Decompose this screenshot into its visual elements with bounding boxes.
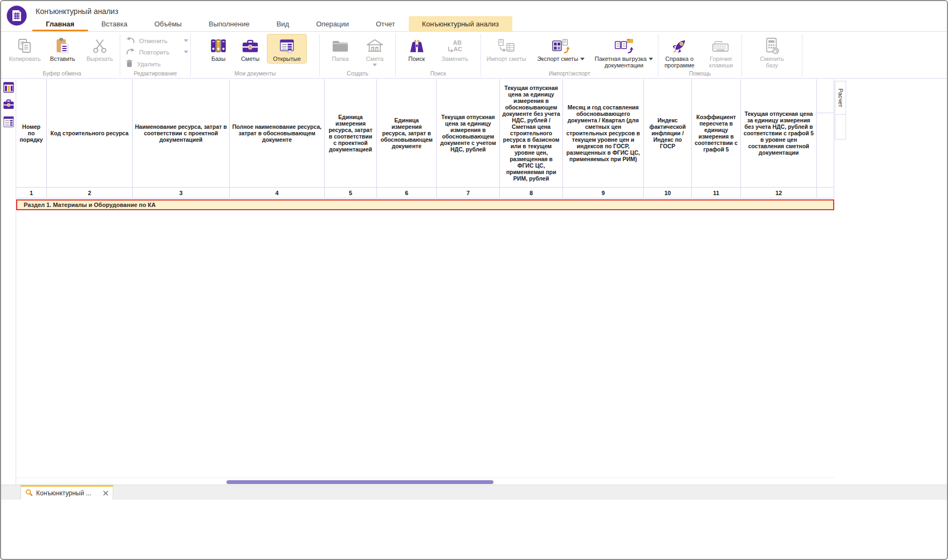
tab-vstavka[interactable]: Вставка: [88, 16, 141, 31]
paste-label: Вставить: [50, 56, 75, 62]
toolbar-separator: [802, 34, 802, 77]
group-label-search: Поиск: [396, 70, 480, 78]
estimates-button[interactable]: Сметы: [235, 34, 266, 64]
batch-upload-button[interactable]: Пакетная выгрузка документации: [590, 34, 657, 70]
bases-label: Базы: [211, 56, 225, 62]
replace-button[interactable]: AB AC Заменить: [434, 34, 476, 64]
dropdown-arrow-icon[interactable]: [580, 58, 585, 60]
databases-icon: [210, 36, 227, 56]
column-header: Наименование ресурса, затрат в соответст…: [133, 79, 230, 188]
column-number: 9: [563, 188, 644, 198]
estimates-label: Сметы: [241, 56, 259, 62]
column-number: 3: [133, 188, 230, 198]
group-change-base: Сменить базу: [742, 32, 802, 78]
section-row-selected[interactable]: Раздел 1. Материалы и Оборудование по КА: [16, 199, 834, 210]
panel-briefcase-icon[interactable]: [3, 99, 15, 113]
column-number: 2: [47, 188, 133, 198]
briefcase-icon: [242, 36, 259, 56]
column-header: Номер по порядку: [16, 79, 47, 188]
rocket-icon: [671, 36, 688, 56]
delete-button[interactable]: Удалить: [126, 59, 188, 69]
tab-vypolnenie[interactable]: Выполнение: [195, 16, 263, 31]
batch-upload-label: Пакетная выгрузка: [595, 56, 647, 62]
column-header: Текущая отпускная цена за единицу измере…: [741, 79, 817, 188]
open-documents-icon: [279, 36, 296, 56]
house-icon: [367, 36, 383, 56]
tab-otchet[interactable]: Отчет: [362, 16, 409, 31]
column-header-blank: [817, 79, 834, 188]
about-button[interactable]: Справка о программе: [659, 34, 700, 70]
app-window: Конъюнктурный анализ Главная Вставка Объ…: [0, 0, 948, 560]
calc-tab-label: Расчет: [837, 88, 844, 107]
import-estimate-button[interactable]: Импорт сметы: [482, 34, 531, 64]
app-logo-icon: [6, 5, 27, 26]
bases-button[interactable]: Базы: [203, 34, 233, 64]
panel-table-icon[interactable]: [3, 81, 15, 96]
binoculars-icon: [408, 36, 425, 56]
group-label-editing: Редактирование: [120, 70, 190, 78]
folder-icon: [332, 36, 349, 56]
group-label-import-export: Импорт/экспорт: [481, 70, 658, 78]
export-estimate-button[interactable]: Экспорт сметы: [532, 34, 589, 64]
change-base-button[interactable]: Сменить базу: [752, 34, 793, 70]
document-tab-label: Конъюнктурный ...: [36, 489, 91, 497]
group-label-clipboard: Буфер обмена: [4, 70, 120, 78]
right-panel-tab-calc[interactable]: Расчет: [835, 81, 846, 115]
undo-button[interactable]: Отменить: [126, 37, 188, 45]
keyboard-icon: [712, 36, 730, 56]
grid-header-row: Номер по порядку Код строительного ресур…: [16, 79, 834, 188]
table-bottom-line: [16, 478, 834, 478]
grid-number-row: 1 2 3 4 5 6 7 8 9 10 11 12: [16, 188, 834, 198]
tab-vid[interactable]: Вид: [263, 16, 303, 31]
redo-button[interactable]: Повторить: [126, 48, 188, 56]
copy-button[interactable]: Копировать: [5, 34, 44, 64]
group-my-documents: Базы Сметы: [191, 32, 319, 78]
dropdown-arrow-icon[interactable]: [373, 64, 377, 66]
column-header: Код строительного ресурса: [47, 79, 133, 188]
tab-operacii[interactable]: Операции: [303, 16, 362, 31]
redo-icon: [126, 48, 135, 56]
group-label-change-base: [742, 70, 802, 78]
dropdown-arrow-icon[interactable]: [184, 51, 188, 53]
search-button[interactable]: Поиск: [401, 34, 433, 64]
dropdown-arrow-icon[interactable]: [649, 58, 653, 60]
right-panel-tab-empty[interactable]: [835, 115, 846, 140]
hotkeys-button[interactable]: Горячие клавиши: [701, 34, 741, 70]
panel-list-icon[interactable]: [3, 115, 15, 130]
column-header: Месяц и год составления обосновывающего …: [563, 79, 644, 188]
document-tab-active[interactable]: Конъюнктурный ...: [20, 485, 113, 500]
paste-button[interactable]: Вставить: [45, 34, 80, 64]
column-header: Полное наименование ресурса, затрат в об…: [230, 79, 325, 188]
new-folder-button[interactable]: Папка: [324, 34, 357, 64]
group-editing: Отменить Повторить: [120, 32, 190, 78]
import-icon: [497, 36, 516, 56]
column-number: 7: [437, 188, 500, 198]
ribbon-toolbar: Копировать Вставить: [1, 32, 947, 79]
column-header: Коэффициент пересчета в единицу измерени…: [692, 79, 741, 188]
dropdown-arrow-icon[interactable]: [184, 39, 188, 42]
column-number: 8: [500, 188, 563, 198]
cut-button[interactable]: Вырезать: [81, 34, 119, 64]
column-header: Индекс фактической инфляции / Индекс по …: [644, 79, 692, 188]
horizontal-scrollbar[interactable]: [226, 480, 493, 484]
new-estimate-button[interactable]: Смета: [358, 34, 391, 68]
calculator-icon: [765, 36, 780, 56]
column-header: Единица измерения ресурса, затрат в соот…: [325, 79, 377, 188]
close-icon[interactable]: [103, 490, 108, 496]
export-estimate-label: Экспорт сметы: [537, 56, 578, 62]
left-panel-bar: [1, 79, 16, 485]
undo-icon: [126, 37, 135, 45]
copy-label: Копировать: [9, 56, 40, 62]
column-number: 5: [325, 188, 377, 198]
group-label-help: Помощь: [658, 70, 741, 78]
open-documents-button[interactable]: Открытые: [267, 34, 307, 64]
tab-obyomy[interactable]: Объёмы: [141, 16, 195, 31]
undo-label: Отменить: [139, 38, 168, 44]
tab-konyunkturny-analiz[interactable]: Конъюнктурный анализ: [409, 16, 512, 31]
group-import-export: Импорт сметы Экспор: [481, 32, 658, 78]
copy-icon: [17, 36, 33, 56]
tab-glavnaya[interactable]: Главная: [32, 16, 88, 31]
column-header: Единица измерения ресурса, затрат в обос…: [377, 79, 437, 188]
group-help: Справка о программе Горячие клавиши: [658, 32, 741, 78]
column-number: 11: [692, 188, 741, 198]
